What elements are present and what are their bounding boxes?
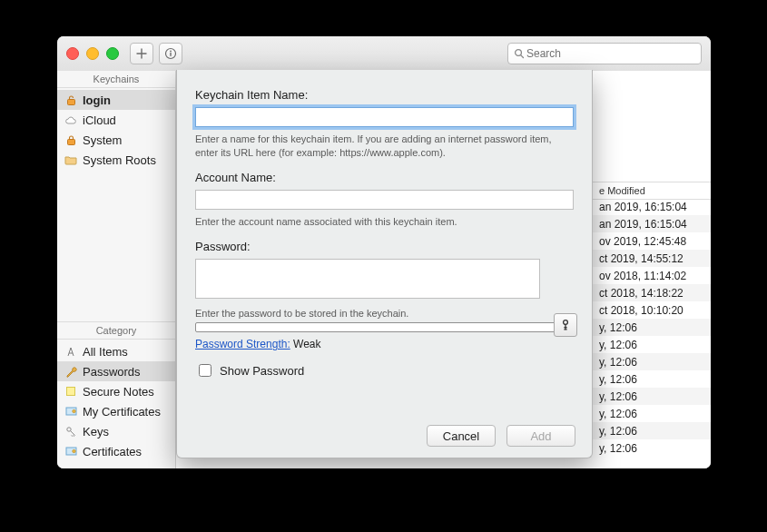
category-my-certificates[interactable]: My Certificates	[57, 401, 175, 421]
password-label: Password:	[195, 240, 574, 253]
category-certificates[interactable]: Certificates	[57, 441, 175, 461]
window-controls	[66, 47, 119, 60]
svg-rect-6	[67, 139, 74, 144]
search-icon	[514, 48, 525, 59]
password-strength-link[interactable]: Password Strength:	[195, 338, 290, 350]
sidebar-item-label: My Certificates	[83, 405, 161, 419]
date-cell: y, 12:06	[599, 442, 637, 455]
sidebar: Keychains login iCloud System System Roo…	[57, 71, 176, 468]
password-strength-value: Weak	[293, 338, 320, 350]
info-button[interactable]	[159, 43, 182, 64]
keychain-system-roots[interactable]: System Roots	[57, 150, 175, 170]
keychain-system[interactable]: System	[57, 130, 175, 150]
sidebar-item-label: Certificates	[83, 445, 142, 458]
date-cell: ct 2018, 14:18:22	[599, 287, 683, 300]
svg-rect-2	[170, 53, 171, 56]
svg-rect-5	[67, 99, 74, 104]
date-cell: ct 2019, 14:55:12	[599, 252, 683, 265]
cancel-button[interactable]: Cancel	[427, 425, 496, 447]
category-header: Category	[57, 321, 175, 340]
svg-point-13	[564, 320, 568, 325]
titlebar	[57, 36, 711, 72]
sidebar-item-label: Secure Notes	[83, 385, 154, 399]
date-cell: an 2019, 16:15:04	[599, 201, 687, 213]
item-name-label: Keychain Item Name:	[195, 88, 574, 102]
password-input[interactable]	[195, 259, 540, 299]
locked-icon	[64, 133, 77, 146]
item-name-help: Enter a name for this keychain item. If …	[195, 133, 574, 160]
keychain-login[interactable]: login	[57, 90, 175, 110]
keychains-header: Keychains	[57, 71, 175, 88]
account-name-input[interactable]	[195, 190, 574, 210]
date-cell: y, 12:06	[599, 390, 637, 403]
svg-point-1	[170, 50, 172, 52]
sidebar-item-label: System Roots	[83, 153, 156, 167]
date-cell: ov 2019, 12:45:48	[599, 235, 686, 248]
date-cell: y, 12:06	[599, 373, 637, 386]
password-assistant-button[interactable]	[554, 313, 577, 337]
svg-rect-7	[67, 388, 75, 396]
date-cell: y, 12:06	[599, 408, 637, 420]
password-help: Enter the password to be stored in the k…	[195, 307, 574, 320]
date-cell: y, 12:06	[599, 321, 637, 334]
svg-point-12	[72, 449, 74, 452]
date-modified-column[interactable]: e Modified	[599, 185, 645, 196]
note-icon	[64, 385, 77, 398]
new-password-item-dialog: Keychain Item Name: Enter a name for thi…	[176, 70, 593, 458]
date-cell: ct 2018, 10:10:20	[599, 304, 683, 317]
sidebar-item-label: Keys	[83, 425, 109, 438]
passwords-icon	[64, 365, 77, 378]
date-cell: y, 12:06	[599, 339, 637, 351]
close-window-button[interactable]	[66, 47, 79, 60]
add-item-button[interactable]	[130, 43, 153, 64]
folder-icon	[64, 153, 77, 166]
search-field[interactable]	[507, 43, 702, 64]
sidebar-item-label: Passwords	[83, 365, 141, 379]
unlocked-icon	[64, 94, 77, 106]
sidebar-item-label: iCloud	[83, 113, 116, 127]
my-cert-icon	[64, 405, 77, 418]
show-password-checkbox[interactable]: Show Password	[195, 361, 574, 379]
account-name-help: Enter the account name associated with t…	[195, 215, 574, 229]
minimize-window-button[interactable]	[86, 47, 99, 60]
account-name-label: Account Name:	[195, 171, 574, 184]
category-keys[interactable]: Keys	[57, 421, 175, 441]
date-cell: y, 12:06	[599, 425, 637, 438]
password-strength-meter	[195, 322, 574, 332]
sidebar-item-label: login	[83, 94, 111, 107]
category-all-items[interactable]: All Items	[57, 341, 175, 361]
cloud-icon	[64, 113, 77, 126]
date-cell: an 2019, 16:15:04	[599, 218, 687, 231]
show-password-label: Show Password	[220, 364, 304, 378]
show-password-input[interactable]	[199, 364, 211, 377]
svg-point-9	[72, 409, 74, 412]
item-name-input[interactable]	[195, 107, 574, 127]
search-input[interactable]	[525, 46, 695, 61]
date-cell: ov 2018, 11:14:02	[599, 270, 686, 282]
sidebar-item-label: All Items	[83, 345, 128, 359]
category-secure-notes[interactable]: Secure Notes	[57, 381, 175, 401]
category-passwords[interactable]: Passwords	[57, 361, 175, 381]
sidebar-item-label: System	[83, 133, 122, 147]
password-strength-row: Password Strength: Weak	[195, 338, 574, 350]
key-icon	[64, 425, 77, 438]
svg-line-4	[521, 55, 524, 58]
keychain-icloud[interactable]: iCloud	[57, 110, 175, 130]
cert-icon	[64, 445, 77, 458]
key-icon	[560, 319, 571, 331]
add-button[interactable]: Add	[506, 425, 575, 447]
all-items-icon	[64, 345, 77, 358]
date-cell: y, 12:06	[599, 356, 637, 369]
zoom-window-button[interactable]	[106, 47, 119, 60]
